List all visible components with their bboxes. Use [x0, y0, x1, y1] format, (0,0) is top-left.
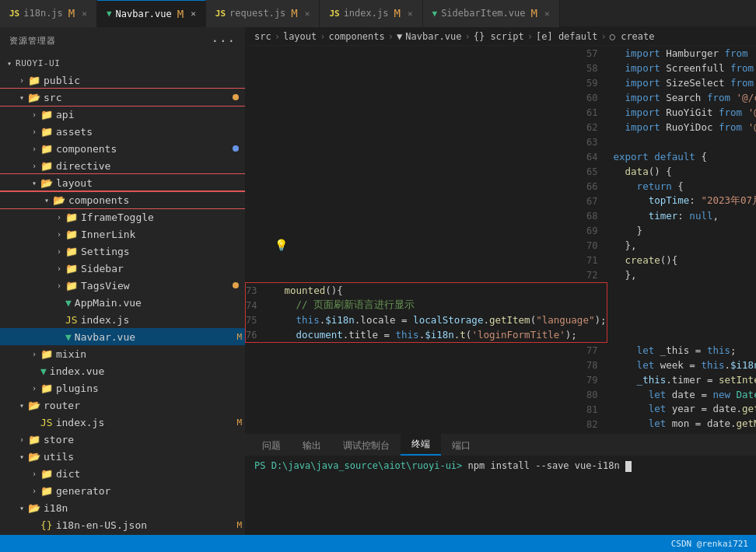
sidebar-item-indexvue[interactable]: ▼ index.vue	[0, 362, 245, 379]
folder-open-icon: 📂	[40, 177, 53, 189]
panel-content: PS D:\java\java_source\aiot\ruoyi-ui> np…	[245, 456, 756, 535]
sidebar-menu-icon[interactable]: ···	[211, 33, 236, 48]
spacer-icon	[28, 367, 40, 376]
tab-i18n-label: i18n.js	[23, 8, 63, 19]
panel-tabs: 问题 输出 调试控制台 终端 端口	[245, 435, 756, 456]
breadcrumb-default: [e] default	[536, 31, 597, 42]
chevron-down-icon: ▾	[3, 59, 16, 68]
sidebar-title: 资源管理器	[9, 35, 55, 47]
folder-icon: 📁	[65, 246, 78, 257]
vue-icon: ▼	[397, 31, 402, 42]
breadcrumb-layout: layout	[283, 31, 317, 42]
code-line-63: 63	[245, 135, 756, 149]
panel-tab-debug[interactable]: 调试控制台	[332, 435, 401, 456]
panel-tab-terminal[interactable]: 终端	[401, 434, 441, 456]
tree-item-label: Navbar.vue	[75, 331, 135, 343]
tree-item-label: src	[44, 92, 61, 103]
sidebar-item-store[interactable]: › 📁 store	[0, 431, 245, 448]
sidebar-item-i18n-folder[interactable]: ▾ 📂 i18n	[0, 499, 245, 516]
breadcrumb-sep: ›	[275, 31, 280, 42]
sidebar-item-router[interactable]: ▾ 📂 router	[0, 397, 245, 414]
sidebar-item-tagsview[interactable]: › 📁 TagsView	[0, 277, 245, 294]
spacer-icon	[28, 418, 40, 427]
close-icon[interactable]: ✕	[82, 9, 87, 19]
tree-item-label: layout	[56, 177, 93, 189]
sidebar-item-iframetoggle[interactable]: › 📁 IframeToggle	[0, 208, 245, 225]
folder-open-icon: 📂	[28, 451, 40, 463]
code-line-67: 67 topTime: "2023年07月26日 11:58:21 星期二",	[245, 194, 756, 208]
folder-icon: 📁	[40, 348, 53, 360]
sidebar-item-layout-components[interactable]: ▾ 📂 components	[0, 191, 245, 208]
code-lines: 57 import Hamburger from '@/components/H…	[245, 46, 756, 434]
close-icon[interactable]: ✕	[191, 9, 196, 19]
terminal-cmd: npm install --save vue-i18n	[468, 460, 620, 471]
sidebar-item-layout[interactable]: ▾ 📂 layout	[0, 174, 245, 191]
sidebar-item-src[interactable]: ▾ 📂 src	[0, 89, 245, 106]
sidebar-item-router-indexjs[interactable]: JS index.js M	[0, 414, 245, 431]
folder-icon: 📁	[40, 143, 53, 155]
sidebar-item-innerlink[interactable]: › 📁 InnerLink	[0, 225, 245, 243]
sidebar-item-public[interactable]: › 📁 public	[0, 72, 245, 89]
modified-badge: M	[236, 417, 242, 428]
code-line-75: 75 this.$i18n.locale = localStorage.getI…	[246, 313, 607, 327]
sidebar-item-api[interactable]: › 📁 api	[0, 106, 245, 123]
terminal-prompt: PS D:\java\java_source\aiot\ruoyi-ui>	[254, 460, 462, 471]
folder-icon: 📁	[65, 263, 78, 274]
sidebar-item-appmain[interactable]: ▼ AppMain.vue	[0, 294, 245, 311]
chevron-right-icon: ›	[16, 76, 28, 85]
spacer-icon	[53, 299, 65, 307]
tree-item-label: i18n	[44, 502, 68, 514]
panel-tab-issues[interactable]: 问题	[251, 435, 292, 456]
sidebar-item-plugins[interactable]: › 📁 plugins	[0, 379, 245, 397]
sidebar-item-assets[interactable]: › 📁 assets	[0, 123, 245, 140]
tab-index[interactable]: JS index.js M ✕	[320, 0, 422, 27]
chevron-right-icon: ›	[28, 110, 40, 119]
sidebar-item-indexjs[interactable]: JS index.js	[0, 311, 245, 328]
panel-tab-ports[interactable]: 端口	[441, 435, 481, 456]
sidebar-item-dict[interactable]: › 📁 dict	[0, 465, 245, 482]
folder-icon: 📁	[40, 468, 53, 480]
tree-item-label: InnerLink	[81, 229, 135, 240]
tab-navbar-modified: M	[177, 8, 184, 20]
code-line-57: 57 import Hamburger from '@/components/H…	[245, 46, 756, 61]
close-icon[interactable]: ✕	[544, 9, 550, 19]
tab-i18n[interactable]: JS i18n.js M ✕	[0, 0, 97, 27]
chevron-right-icon: ›	[53, 264, 65, 273]
sidebar-item-generator[interactable]: › 📁 generator	[0, 482, 245, 499]
main-area: 资源管理器 ··· ▾ RUOYI-UI › 📁 public ▾ 📂 src	[0, 27, 756, 535]
tab-sidebaritem[interactable]: ▼ SidebarItem.vue M ✕	[423, 0, 560, 27]
chevron-right-icon: ›	[28, 145, 40, 153]
sidebar-item-mixin[interactable]: › 📁 mixin	[0, 345, 245, 362]
sidebar-item-i18n-en[interactable]: {} i18n-en-US.json M	[0, 516, 245, 533]
tab-navbar[interactable]: ▼ Navbar.vue M ✕	[97, 0, 206, 27]
tree-item-label: TagsView	[81, 280, 130, 292]
close-icon[interactable]: ✕	[408, 9, 413, 19]
sidebar-item-directive[interactable]: › 📁 directive	[0, 157, 245, 174]
folder-icon: 📁	[40, 109, 53, 121]
chevron-down-icon: ▾	[16, 93, 28, 102]
tab-navbar-label: Navbar.vue	[116, 9, 172, 19]
sidebar-item-components[interactable]: › 📁 components	[0, 140, 245, 157]
chevron-right-icon: ›	[28, 350, 40, 358]
chevron-down-icon: ▾	[16, 504, 28, 512]
tree-item-label: RUOYI-UI	[16, 58, 60, 68]
tree-root[interactable]: ▾ RUOYI-UI	[0, 54, 245, 72]
sidebar-item-sidebar[interactable]: › 📁 Sidebar	[0, 260, 245, 277]
close-icon[interactable]: ✕	[305, 9, 310, 19]
sidebar-item-navbar[interactable]: ▼ Navbar.vue M	[0, 328, 245, 345]
tree-item-label: IframeToggle	[81, 211, 154, 223]
sidebar-item-settings[interactable]: › 📁 Settings	[0, 243, 245, 260]
code-editor[interactable]: 57 import Hamburger from '@/components/H…	[245, 46, 756, 434]
red-highlight-block: 73 mounted(){ 74 // 页面刷新语言进行显示 75 this.$…	[245, 282, 607, 343]
chevron-right-icon: ›	[28, 384, 40, 393]
tree-item-label: router	[44, 400, 80, 411]
chevron-right-icon: ›	[16, 435, 28, 444]
panel-tab-output[interactable]: 输出	[292, 435, 332, 456]
sidebar-item-utils[interactable]: ▾ 📂 utils	[0, 448, 245, 465]
tab-request[interactable]: JS request.js M ✕	[206, 0, 320, 27]
sidebar-item-i18n-zh-cn[interactable]: {} i18n-zh-CN.json M	[0, 533, 245, 535]
js-icon: JS	[65, 314, 78, 326]
vue-icon: ▼	[432, 9, 438, 19]
breadcrumb-sep: ›	[527, 31, 533, 42]
code-line-59: 59 import SizeSelect from '@/components/…	[245, 75, 756, 90]
